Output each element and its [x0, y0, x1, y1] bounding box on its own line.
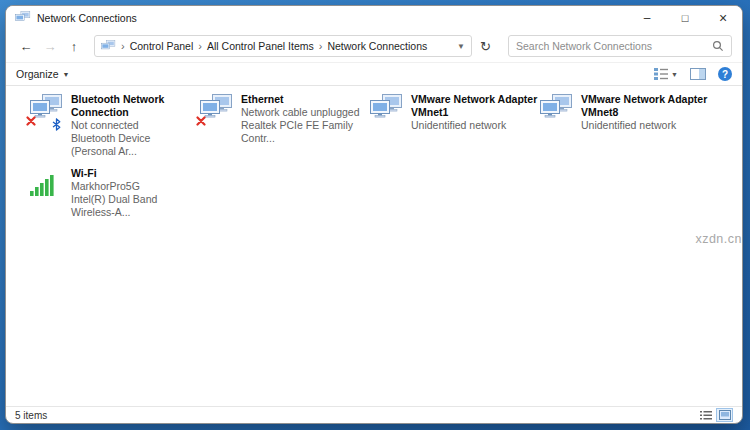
connection-device: Intel(R) Dual Band Wireless-A... — [71, 193, 198, 219]
details-view-toggle[interactable] — [697, 408, 714, 422]
connection-name: VMware Network Adapter VMnet1 — [411, 93, 537, 119]
watermark-text: xzdn.cn — [695, 232, 742, 246]
maximize-button[interactable]: □ — [666, 6, 704, 30]
disconnected-x-icon — [196, 116, 206, 126]
large-icons-view-toggle[interactable] — [716, 408, 733, 422]
titlebar: Network Connections – □ × — [6, 6, 742, 30]
organize-caret-icon: ▼ — [63, 71, 70, 78]
network-adapter-icon — [200, 94, 234, 124]
back-button[interactable]: ← — [16, 39, 36, 54]
preview-pane-icon — [690, 68, 706, 80]
search-box — [508, 35, 732, 57]
network-adapter-icon — [30, 168, 64, 198]
breadcrumb-chevron-icon: › — [198, 40, 202, 52]
breadcrumb: › Control Panel › All Control Panel Item… — [94, 35, 472, 57]
connection-status: Not connected — [71, 119, 198, 132]
search-input[interactable] — [516, 40, 712, 52]
file-list-area: Bluetooth Network Connection Not connect… — [6, 86, 742, 406]
connection-status: Unidentified network — [411, 119, 537, 132]
connection-name: Wi-Fi — [71, 167, 198, 180]
command-bar: Organize ▼ ▼ ? — [6, 62, 742, 86]
organize-label: Organize — [16, 68, 59, 80]
wifi-signal-bars-icon — [30, 174, 56, 196]
window-controls: – □ × — [628, 6, 742, 30]
preview-pane-button[interactable] — [690, 68, 706, 80]
breadcrumb-chevron-icon: › — [121, 40, 125, 52]
navigation-bar: ← → ↑ › Control Panel › All Control Pane… — [6, 30, 742, 62]
connection-item-wifi[interactable]: Wi-Fi MarkhorPro5G Intel(R) Dual Band Wi… — [30, 166, 198, 219]
minimize-button[interactable]: – — [628, 6, 666, 30]
change-view-button[interactable]: ▼ — [654, 68, 678, 80]
refresh-button[interactable]: ↻ — [480, 39, 491, 54]
connection-item-vmnet8[interactable]: VMware Network Adapter VMnet8 Unidentifi… — [540, 92, 708, 158]
network-connections-app-icon — [15, 11, 31, 25]
window-title: Network Connections — [37, 12, 137, 24]
connection-status: MarkhorPro5G — [71, 180, 198, 193]
connection-device: Bluetooth Device (Personal Ar... — [71, 132, 198, 158]
tiles-view-icon — [654, 68, 668, 80]
network-adapter-icon — [30, 94, 64, 124]
connection-item-bluetooth[interactable]: Bluetooth Network Connection Not connect… — [30, 92, 198, 158]
organize-button[interactable]: Organize ▼ — [16, 68, 70, 80]
connection-status: Unidentified network — [581, 119, 707, 132]
breadcrumb-item-control-panel[interactable]: Control Panel — [130, 40, 194, 52]
item-count-label: 5 items — [15, 410, 47, 421]
help-button[interactable]: ? — [718, 67, 732, 81]
breadcrumb-item-network-connections[interactable]: Network Connections — [327, 40, 427, 52]
connection-name: Ethernet — [241, 93, 368, 106]
large-icons-view-icon — [719, 410, 731, 420]
breadcrumb-chevron-icon: › — [319, 40, 323, 52]
dual-monitors-icon — [370, 94, 404, 122]
close-button[interactable]: × — [704, 6, 742, 30]
connections-grid: Bluetooth Network Connection Not connect… — [30, 92, 710, 219]
details-view-icon — [700, 411, 712, 420]
search-icon — [712, 40, 724, 52]
connection-item-vmnet1[interactable]: VMware Network Adapter VMnet1 Unidentifi… — [370, 92, 538, 158]
connection-device: Realtek PCIe FE Family Contr... — [241, 119, 368, 145]
breadcrumb-location-icon — [101, 40, 116, 53]
explorer-window: Network Connections – □ × ← → ↑ › Contro… — [5, 5, 743, 424]
forward-button[interactable]: → — [40, 39, 60, 54]
disconnected-x-icon — [26, 116, 36, 126]
connection-item-ethernet[interactable]: Ethernet Network cable unplugged Realtek… — [200, 92, 368, 158]
up-button[interactable]: ↑ — [64, 39, 84, 54]
breadcrumb-item-all-control-panel-items[interactable]: All Control Panel Items — [207, 40, 314, 52]
network-adapter-icon — [370, 94, 404, 124]
connection-name: Bluetooth Network Connection — [71, 93, 198, 119]
connection-status: Network cable unplugged — [241, 106, 368, 119]
address-dropdown-icon[interactable]: ▼ — [457, 42, 465, 51]
connection-name: VMware Network Adapter VMnet8 — [581, 93, 707, 119]
change-view-caret-icon: ▼ — [671, 71, 678, 78]
network-adapter-icon — [540, 94, 574, 124]
status-bar: 5 items — [6, 406, 742, 423]
dual-monitors-icon — [540, 94, 574, 122]
bluetooth-icon — [52, 118, 61, 131]
